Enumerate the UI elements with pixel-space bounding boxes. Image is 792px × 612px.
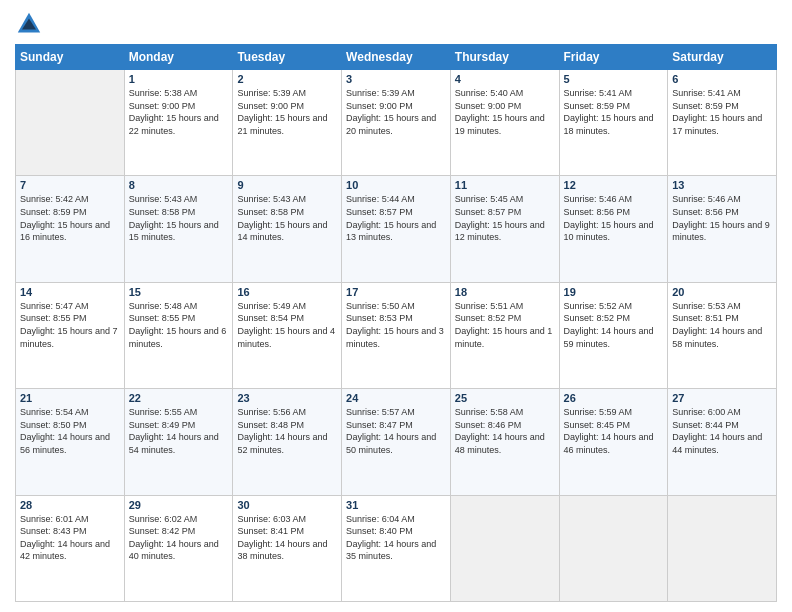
calendar-page: SundayMondayTuesdayWednesdayThursdayFrid… xyxy=(0,0,792,612)
calendar-cell: 19Sunrise: 5:52 AMSunset: 8:52 PMDayligh… xyxy=(559,282,668,388)
calendar-cell: 9Sunrise: 5:43 AMSunset: 8:58 PMDaylight… xyxy=(233,176,342,282)
weekday-header-saturday: Saturday xyxy=(668,45,777,70)
weekday-header-sunday: Sunday xyxy=(16,45,125,70)
day-info: Sunrise: 6:01 AMSunset: 8:43 PMDaylight:… xyxy=(20,513,120,563)
calendar-cell xyxy=(559,495,668,601)
day-number: 22 xyxy=(129,392,229,404)
calendar-cell xyxy=(16,70,125,176)
day-number: 5 xyxy=(564,73,664,85)
day-info: Sunrise: 5:39 AMSunset: 9:00 PMDaylight:… xyxy=(346,87,446,137)
day-number: 25 xyxy=(455,392,555,404)
day-info: Sunrise: 5:50 AMSunset: 8:53 PMDaylight:… xyxy=(346,300,446,350)
calendar-cell: 20Sunrise: 5:53 AMSunset: 8:51 PMDayligh… xyxy=(668,282,777,388)
week-row-4: 21Sunrise: 5:54 AMSunset: 8:50 PMDayligh… xyxy=(16,389,777,495)
calendar-cell: 22Sunrise: 5:55 AMSunset: 8:49 PMDayligh… xyxy=(124,389,233,495)
calendar-cell: 7Sunrise: 5:42 AMSunset: 8:59 PMDaylight… xyxy=(16,176,125,282)
weekday-header-row: SundayMondayTuesdayWednesdayThursdayFrid… xyxy=(16,45,777,70)
day-info: Sunrise: 5:49 AMSunset: 8:54 PMDaylight:… xyxy=(237,300,337,350)
day-number: 6 xyxy=(672,73,772,85)
calendar-cell: 2Sunrise: 5:39 AMSunset: 9:00 PMDaylight… xyxy=(233,70,342,176)
day-number: 7 xyxy=(20,179,120,191)
calendar-cell: 1Sunrise: 5:38 AMSunset: 9:00 PMDaylight… xyxy=(124,70,233,176)
day-info: Sunrise: 5:46 AMSunset: 8:56 PMDaylight:… xyxy=(672,193,772,243)
calendar-cell: 14Sunrise: 5:47 AMSunset: 8:55 PMDayligh… xyxy=(16,282,125,388)
day-number: 3 xyxy=(346,73,446,85)
calendar-table: SundayMondayTuesdayWednesdayThursdayFrid… xyxy=(15,44,777,602)
day-info: Sunrise: 5:53 AMSunset: 8:51 PMDaylight:… xyxy=(672,300,772,350)
weekday-header-wednesday: Wednesday xyxy=(342,45,451,70)
calendar-cell xyxy=(450,495,559,601)
logo-icon xyxy=(15,10,43,38)
week-row-1: 1Sunrise: 5:38 AMSunset: 9:00 PMDaylight… xyxy=(16,70,777,176)
calendar-cell: 3Sunrise: 5:39 AMSunset: 9:00 PMDaylight… xyxy=(342,70,451,176)
calendar-cell: 23Sunrise: 5:56 AMSunset: 8:48 PMDayligh… xyxy=(233,389,342,495)
calendar-cell: 10Sunrise: 5:44 AMSunset: 8:57 PMDayligh… xyxy=(342,176,451,282)
day-info: Sunrise: 5:57 AMSunset: 8:47 PMDaylight:… xyxy=(346,406,446,456)
day-number: 23 xyxy=(237,392,337,404)
day-info: Sunrise: 5:43 AMSunset: 8:58 PMDaylight:… xyxy=(237,193,337,243)
day-number: 18 xyxy=(455,286,555,298)
day-info: Sunrise: 5:42 AMSunset: 8:59 PMDaylight:… xyxy=(20,193,120,243)
calendar-cell: 24Sunrise: 5:57 AMSunset: 8:47 PMDayligh… xyxy=(342,389,451,495)
day-info: Sunrise: 5:40 AMSunset: 9:00 PMDaylight:… xyxy=(455,87,555,137)
week-row-3: 14Sunrise: 5:47 AMSunset: 8:55 PMDayligh… xyxy=(16,282,777,388)
calendar-cell: 18Sunrise: 5:51 AMSunset: 8:52 PMDayligh… xyxy=(450,282,559,388)
day-info: Sunrise: 5:59 AMSunset: 8:45 PMDaylight:… xyxy=(564,406,664,456)
day-number: 10 xyxy=(346,179,446,191)
page-header xyxy=(15,10,777,38)
day-info: Sunrise: 5:45 AMSunset: 8:57 PMDaylight:… xyxy=(455,193,555,243)
calendar-cell: 16Sunrise: 5:49 AMSunset: 8:54 PMDayligh… xyxy=(233,282,342,388)
calendar-cell: 15Sunrise: 5:48 AMSunset: 8:55 PMDayligh… xyxy=(124,282,233,388)
calendar-cell: 29Sunrise: 6:02 AMSunset: 8:42 PMDayligh… xyxy=(124,495,233,601)
day-info: Sunrise: 5:43 AMSunset: 8:58 PMDaylight:… xyxy=(129,193,229,243)
day-number: 24 xyxy=(346,392,446,404)
calendar-cell: 5Sunrise: 5:41 AMSunset: 8:59 PMDaylight… xyxy=(559,70,668,176)
day-number: 13 xyxy=(672,179,772,191)
day-info: Sunrise: 5:41 AMSunset: 8:59 PMDaylight:… xyxy=(564,87,664,137)
weekday-header-tuesday: Tuesday xyxy=(233,45,342,70)
calendar-cell: 30Sunrise: 6:03 AMSunset: 8:41 PMDayligh… xyxy=(233,495,342,601)
calendar-cell: 31Sunrise: 6:04 AMSunset: 8:40 PMDayligh… xyxy=(342,495,451,601)
day-info: Sunrise: 5:39 AMSunset: 9:00 PMDaylight:… xyxy=(237,87,337,137)
day-info: Sunrise: 6:02 AMSunset: 8:42 PMDaylight:… xyxy=(129,513,229,563)
day-info: Sunrise: 5:55 AMSunset: 8:49 PMDaylight:… xyxy=(129,406,229,456)
weekday-header-monday: Monday xyxy=(124,45,233,70)
calendar-cell: 12Sunrise: 5:46 AMSunset: 8:56 PMDayligh… xyxy=(559,176,668,282)
calendar-cell: 11Sunrise: 5:45 AMSunset: 8:57 PMDayligh… xyxy=(450,176,559,282)
day-number: 19 xyxy=(564,286,664,298)
calendar-cell xyxy=(668,495,777,601)
day-info: Sunrise: 6:00 AMSunset: 8:44 PMDaylight:… xyxy=(672,406,772,456)
day-number: 4 xyxy=(455,73,555,85)
day-number: 28 xyxy=(20,499,120,511)
day-number: 29 xyxy=(129,499,229,511)
calendar-cell: 4Sunrise: 5:40 AMSunset: 9:00 PMDaylight… xyxy=(450,70,559,176)
calendar-cell: 21Sunrise: 5:54 AMSunset: 8:50 PMDayligh… xyxy=(16,389,125,495)
day-number: 9 xyxy=(237,179,337,191)
day-info: Sunrise: 5:51 AMSunset: 8:52 PMDaylight:… xyxy=(455,300,555,350)
day-number: 2 xyxy=(237,73,337,85)
day-info: Sunrise: 6:04 AMSunset: 8:40 PMDaylight:… xyxy=(346,513,446,563)
day-info: Sunrise: 5:52 AMSunset: 8:52 PMDaylight:… xyxy=(564,300,664,350)
weekday-header-friday: Friday xyxy=(559,45,668,70)
day-number: 27 xyxy=(672,392,772,404)
day-number: 8 xyxy=(129,179,229,191)
day-number: 15 xyxy=(129,286,229,298)
day-info: Sunrise: 6:03 AMSunset: 8:41 PMDaylight:… xyxy=(237,513,337,563)
calendar-cell: 28Sunrise: 6:01 AMSunset: 8:43 PMDayligh… xyxy=(16,495,125,601)
calendar-cell: 13Sunrise: 5:46 AMSunset: 8:56 PMDayligh… xyxy=(668,176,777,282)
day-info: Sunrise: 5:44 AMSunset: 8:57 PMDaylight:… xyxy=(346,193,446,243)
day-info: Sunrise: 5:41 AMSunset: 8:59 PMDaylight:… xyxy=(672,87,772,137)
day-info: Sunrise: 5:58 AMSunset: 8:46 PMDaylight:… xyxy=(455,406,555,456)
day-info: Sunrise: 5:38 AMSunset: 9:00 PMDaylight:… xyxy=(129,87,229,137)
day-info: Sunrise: 5:47 AMSunset: 8:55 PMDaylight:… xyxy=(20,300,120,350)
calendar-cell: 27Sunrise: 6:00 AMSunset: 8:44 PMDayligh… xyxy=(668,389,777,495)
day-number: 17 xyxy=(346,286,446,298)
calendar-cell: 6Sunrise: 5:41 AMSunset: 8:59 PMDaylight… xyxy=(668,70,777,176)
calendar-cell: 26Sunrise: 5:59 AMSunset: 8:45 PMDayligh… xyxy=(559,389,668,495)
day-number: 1 xyxy=(129,73,229,85)
day-number: 14 xyxy=(20,286,120,298)
week-row-2: 7Sunrise: 5:42 AMSunset: 8:59 PMDaylight… xyxy=(16,176,777,282)
calendar-cell: 17Sunrise: 5:50 AMSunset: 8:53 PMDayligh… xyxy=(342,282,451,388)
calendar-cell: 8Sunrise: 5:43 AMSunset: 8:58 PMDaylight… xyxy=(124,176,233,282)
day-number: 20 xyxy=(672,286,772,298)
